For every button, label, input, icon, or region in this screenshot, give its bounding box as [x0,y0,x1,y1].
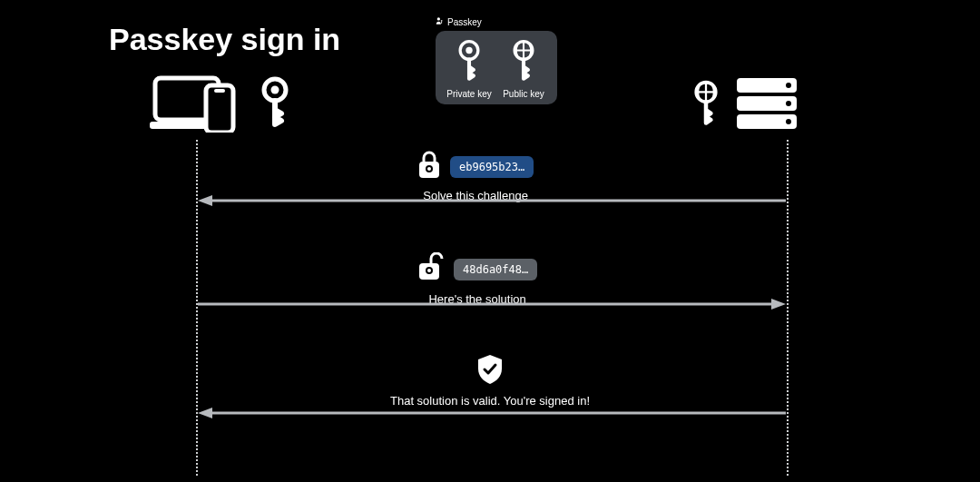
passkey-card: Private key Public key [436,31,557,104]
passkey-mini-icon [436,16,445,27]
devices-icon [150,73,240,136]
public-key-label: Public key [503,89,544,99]
server-lifeline [787,140,789,476]
arrow-server-to-client-2 [198,407,786,419]
verified-caption: That solution is valid. You're signed in… [390,394,590,408]
passkey-badge-label: Passkey [436,16,557,27]
svg-rect-9 [214,89,225,93]
client-private-key-icon [257,76,293,133]
client-cluster [150,73,293,136]
server-public-key-icon [690,79,722,132]
svg-point-16 [786,83,791,88]
public-key-col: Public key [499,40,548,99]
svg-marker-30 [198,408,212,418]
private-key-col: Private key [445,40,494,99]
svg-rect-2 [441,21,442,24]
svg-rect-1 [441,20,443,21]
passkey-badge: Passkey Private key Public key [436,16,557,104]
lock-open-icon [417,252,445,287]
challenge-chip: eb9695b23… [450,156,534,178]
passkey-badge-text: Passkey [447,17,482,27]
svg-point-4 [466,47,472,54]
verified-exchange: That solution is valid. You're signed in… [345,354,635,408]
svg-point-11 [271,86,279,94]
database-icon [737,78,797,133]
page-title: Passkey sign in [109,22,340,57]
svg-point-26 [427,269,431,272]
svg-point-18 [786,119,791,124]
solution-chip: 48d6a0f48… [454,259,537,280]
lock-closed-icon [417,151,441,183]
svg-marker-23 [198,195,212,206]
svg-point-0 [437,17,440,20]
arrow-server-to-client-1 [198,194,786,207]
svg-point-17 [786,101,791,106]
arrow-client-to-server [198,298,786,310]
private-key-label: Private key [446,89,491,99]
svg-point-21 [427,167,431,171]
public-key-icon [508,40,539,85]
server-cluster [690,78,797,133]
private-key-icon [454,40,485,85]
svg-marker-28 [771,299,786,310]
shield-check-icon [476,354,504,389]
